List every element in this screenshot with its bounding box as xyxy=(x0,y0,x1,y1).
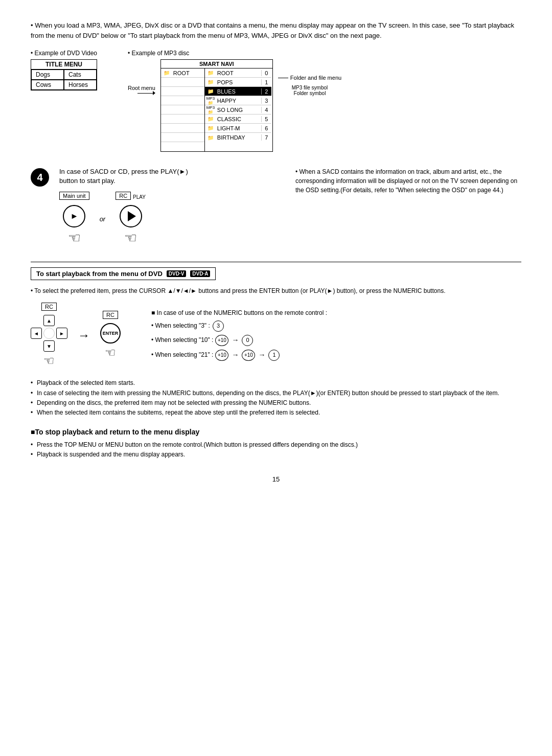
smart-navi-box: SMART NAVI 📁 ROOT xyxy=(160,59,273,152)
dpad-center xyxy=(43,328,55,339)
navi-happy: HAPPY xyxy=(216,98,261,104)
dvd-controls-row: RC ▲ ◄ ► ▼ ☜ → RC ENTER xyxy=(31,303,521,368)
selecting3-label: • When selecting "3" : xyxy=(151,322,210,329)
root-menu-label: Root menu xyxy=(128,85,155,91)
selecting10-label: • When selecting "10" : xyxy=(151,335,213,346)
numeric-section: ■ In case of use of the NUMERIC buttons … xyxy=(151,309,327,361)
bullet-3: Depending on the discs, the preferred it… xyxy=(31,398,521,408)
stop-bullet-2: Playback is suspended and the menu displ… xyxy=(31,450,521,460)
select-10-row: • When selecting "10" : +10 → 0 xyxy=(151,334,327,347)
stop-section: ■To stop playback and return to the menu… xyxy=(31,428,521,460)
rc-group: RC PLAY ☜ xyxy=(116,192,146,246)
dvd-note: • To select the preferred item, press th… xyxy=(31,286,521,295)
step-instruction: In case of SACD or CD, press the PLAY(►)… xyxy=(59,167,285,186)
enter-button[interactable]: ENTER xyxy=(100,323,121,343)
top-note: • When you load a MP3, WMA, JPEG, DivX d… xyxy=(31,20,521,40)
smart-navi-header: SMART NAVI xyxy=(161,60,272,68)
title-menu-cell-dogs: Dogs xyxy=(31,70,64,80)
navi-num-1: 1 xyxy=(261,79,271,85)
arrow-to-enter: → xyxy=(78,328,90,342)
numeric-heading: ■ In case of use of the NUMERIC buttons … xyxy=(151,309,327,316)
dpad-right[interactable]: ► xyxy=(56,328,67,339)
stop-heading: ■To stop playback and return to the menu… xyxy=(31,428,521,436)
num-0: 0 xyxy=(242,335,253,346)
title-menu-header: TITLE MENU xyxy=(31,60,97,70)
play-label: PLAY xyxy=(133,194,146,200)
dpad-left[interactable]: ◄ xyxy=(31,328,42,339)
num-1: 1 xyxy=(268,350,280,361)
dvd-heading-text: To start playback from the menu of DVD xyxy=(36,270,163,278)
folder-icon-2: 📁 xyxy=(205,88,216,94)
mp3-file-symbol: MP3 file symbol xyxy=(278,85,341,90)
step-badge: 4 xyxy=(31,168,49,187)
step-instruction-line2: button to start play. xyxy=(59,177,116,185)
stop-bullet-list: Press the TOP MENU or MENU button on the… xyxy=(31,440,521,460)
folder-icon-root: 📁 xyxy=(161,70,172,76)
navi-num-3: 3 xyxy=(261,98,271,104)
badge-dvdv: DVD·V xyxy=(167,270,187,277)
title-menu-cell-horses: Horses xyxy=(64,80,97,90)
navi-num-5: 5 xyxy=(261,116,271,122)
navi-num-2: 2 xyxy=(261,88,271,95)
bullet-4: When the selected item contains the subi… xyxy=(31,408,521,418)
title-menu-grid: Dogs Cats Cows Horses xyxy=(31,70,97,90)
plus10-2: +10 xyxy=(215,350,228,361)
bullet-2: In case of selecting the item with press… xyxy=(31,388,521,398)
examples-row: • Example of DVD Video TITLE MENU Dogs C… xyxy=(31,50,521,152)
or-text: or xyxy=(100,215,106,223)
bullet-list: Playback of the selected item starts. In… xyxy=(31,378,521,418)
folder-icon-classic: 📁 xyxy=(205,116,216,122)
title-menu-cell-cats: Cats xyxy=(64,70,97,80)
rc-dpad-group: RC ▲ ◄ ► ▼ ☜ xyxy=(31,303,67,368)
rc-label-enter: RC xyxy=(103,311,118,319)
navi-num-4: 4 xyxy=(261,107,271,113)
folder-icon-birthday: 📁 xyxy=(205,135,216,141)
dvd-heading: To start playback from the menu of DVD D… xyxy=(31,267,216,280)
navi-num-7: 7 xyxy=(261,134,271,141)
dvd-example-label: • Example of DVD Video xyxy=(31,50,97,57)
bullet-1: Playback of the selected item starts. xyxy=(31,378,521,388)
navi-solong: SO LONG xyxy=(216,107,261,113)
badge-dvda: DVD·A xyxy=(190,270,210,277)
folder-file-labels: Folder and file menu MP3 file symbol Fol… xyxy=(278,75,341,96)
rc-play-button[interactable] xyxy=(120,205,142,227)
navi-lightm: LIGHT-M xyxy=(216,125,261,131)
navi-root: ROOT xyxy=(216,70,261,76)
num-3: 3 xyxy=(213,320,224,332)
dpad-down[interactable]: ▼ xyxy=(43,340,55,352)
step-content-right: • When a SACD contains the information o… xyxy=(295,167,521,195)
page-number: 15 xyxy=(31,475,521,483)
dpad-up[interactable]: ▲ xyxy=(43,315,55,326)
select-3-row: • When selecting "3" : 3 xyxy=(151,320,327,332)
navi-pops: POPS xyxy=(216,79,261,85)
hand-icon-enter: ☜ xyxy=(105,346,116,360)
navi-birthday: BIRTHDAY xyxy=(216,134,261,141)
dpad: ▲ ◄ ► ▼ xyxy=(31,315,67,352)
navi-blues: BLUES xyxy=(216,88,261,95)
main-play-button[interactable]: ► xyxy=(63,205,85,227)
navi-num-0: 0 xyxy=(261,70,271,76)
mp3-example-label: • Example of MP3 disc xyxy=(128,50,341,57)
step-4-section: 4 In case of SACD or CD, press the PLAY(… xyxy=(31,167,521,246)
main-unit-label: Main unit xyxy=(59,192,89,200)
step-content-left: In case of SACD or CD, press the PLAY(►)… xyxy=(59,167,285,246)
dvd-example: • Example of DVD Video TITLE MENU Dogs C… xyxy=(31,50,97,90)
rc-enter-group: RC ENTER ☜ xyxy=(100,311,121,360)
arrow1: → xyxy=(232,334,239,347)
rc-label: RC xyxy=(116,192,131,200)
rc-label-dpad: RC xyxy=(41,303,57,311)
hand-icon-main: ☜ xyxy=(68,230,81,246)
folder-file-menu-label: Folder and file menu xyxy=(290,75,341,81)
mp3-icon-happy: MP3📁 xyxy=(205,96,216,105)
folder-icon-0: 📁 xyxy=(205,70,216,76)
root-name: ROOT xyxy=(172,70,204,76)
folder-symbol: Folder symbol xyxy=(278,90,341,96)
navi-num-6: 6 xyxy=(261,125,271,131)
buttons-row: Main unit ► ☜ or RC PLAY xyxy=(59,192,285,246)
mp3-symbols: MP3 file symbol Folder symbol xyxy=(278,85,341,96)
title-menu-cell-cows: Cows xyxy=(31,80,64,90)
main-unit-group: Main unit ► ☜ xyxy=(59,192,89,246)
dvd-section: To start playback from the menu of DVD D… xyxy=(31,267,521,368)
selecting21-label: • When selecting "21" : xyxy=(151,350,213,361)
folder-icon-lightm: 📁 xyxy=(205,125,216,131)
